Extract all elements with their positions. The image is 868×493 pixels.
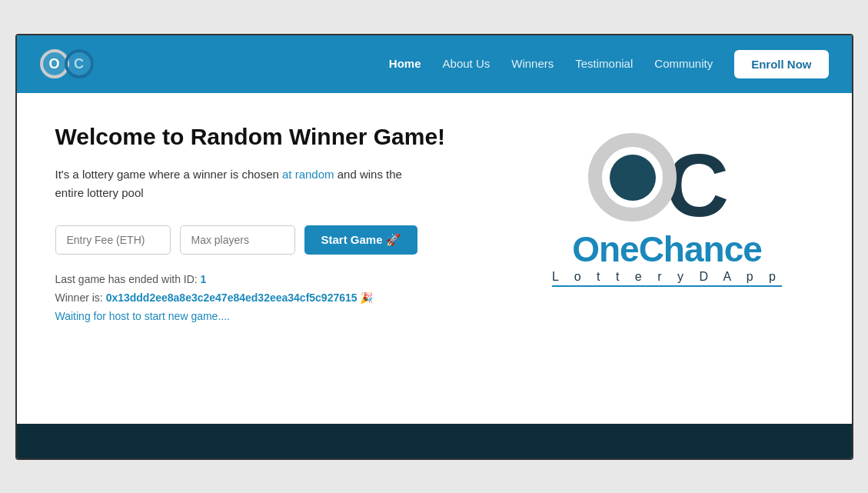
- left-section: Welcome to Random Winner Game! It's a lo…: [55, 124, 521, 322]
- nav-link-about[interactable]: About Us: [443, 57, 491, 70]
- last-game-label: Last game has ended with ID:: [55, 273, 201, 285]
- nav-link-home[interactable]: Home: [389, 57, 421, 70]
- game-info: Last game has ended with ID: 1 Winner is…: [55, 273, 491, 322]
- navbar: O C Home About Us Winners Testimonial Co…: [17, 35, 852, 93]
- desc-highlight: at random: [282, 168, 334, 181]
- winner-address: 0x13ddd2ee8a8e3c2e47e84ed32eea34cf5c9276…: [106, 291, 374, 304]
- nav-item-testimonial[interactable]: Testimonial: [575, 57, 633, 71]
- brand-name: OneChance: [572, 230, 762, 269]
- last-game-id: 1: [201, 273, 207, 285]
- nav-item-community[interactable]: Community: [654, 57, 713, 71]
- enroll-button[interactable]: Enroll Now: [734, 50, 828, 78]
- logo-icon-row: C: [588, 132, 746, 224]
- logo-c: C: [65, 49, 94, 78]
- nav-link-testimonial[interactable]: Testimonial: [575, 57, 633, 70]
- waiting-line: Waiting for host to start new game....: [55, 310, 491, 322]
- big-o-inner: [610, 155, 656, 201]
- start-game-button[interactable]: Start Game 🚀: [304, 225, 417, 255]
- nav-item-home[interactable]: Home: [389, 57, 421, 71]
- app-frame: O C Home About Us Winners Testimonial Co…: [15, 34, 853, 460]
- nav-item-winners[interactable]: Winners: [511, 57, 554, 71]
- nav-link-community[interactable]: Community: [654, 57, 713, 70]
- nav-item-about[interactable]: About Us: [443, 57, 491, 71]
- right-section: C OneChance L o t t e r y D A p p: [521, 124, 813, 288]
- logo-graphic: C OneChance L o t t e r y D A p p: [552, 132, 782, 288]
- welcome-title: Welcome to Random Winner Game!: [55, 124, 491, 150]
- description: It's a lottery game where a winner is ch…: [55, 165, 424, 202]
- last-game-line: Last game has ended with ID: 1: [55, 273, 491, 285]
- entry-fee-input[interactable]: [55, 225, 171, 255]
- big-o-icon: [588, 133, 677, 222]
- nav-links: Home About Us Winners Testimonial Commun…: [389, 57, 713, 71]
- winner-label: Winner is:: [55, 291, 106, 304]
- brand-sub: L o t t e r y D A p p: [552, 270, 782, 287]
- desc-text1: It's a lottery game where a winner is ch…: [55, 168, 283, 181]
- logo-area: O C: [40, 49, 94, 78]
- max-players-input[interactable]: [180, 225, 295, 255]
- nav-link-winners[interactable]: Winners: [511, 57, 554, 70]
- main-content: Welcome to Random Winner Game! It's a lo…: [17, 93, 852, 424]
- footer: [17, 424, 852, 458]
- input-row: Start Game 🚀: [55, 225, 491, 255]
- winner-line: Winner is: 0x13ddd2ee8a8e3c2e47e84ed32ee…: [55, 291, 491, 304]
